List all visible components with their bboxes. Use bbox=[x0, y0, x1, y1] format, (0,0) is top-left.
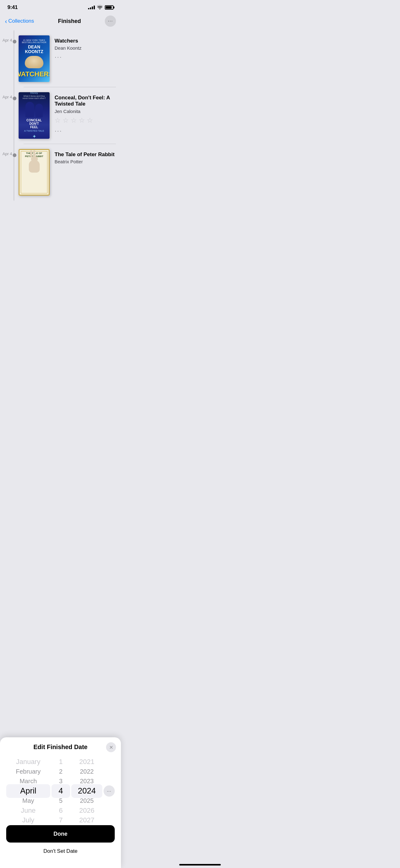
timeline-dot-3 bbox=[13, 153, 16, 157]
book-list: Apr 4 #1 NEW YORK TIMES BESTSELLING AUTH… bbox=[0, 30, 121, 207]
timeline-dot-2 bbox=[13, 97, 16, 100]
book-more-button-watchers[interactable]: ··· bbox=[55, 53, 116, 61]
dog-illustration bbox=[25, 56, 43, 68]
more-options-button[interactable]: ··· bbox=[105, 16, 116, 27]
signal-icon bbox=[88, 6, 95, 9]
cover-book-title: WATCHERS bbox=[19, 70, 49, 78]
status-time: 9:41 bbox=[7, 4, 18, 10]
star-rating-conceal[interactable]: ☆ ☆ ☆ ☆ ☆ bbox=[55, 116, 116, 124]
page-title: Finished bbox=[58, 18, 81, 25]
status-icons bbox=[88, 5, 113, 10]
book-title-conceal: Conceal, Don't Feel: A Twisted Tale bbox=[55, 95, 116, 107]
timeline-line bbox=[14, 30, 14, 200]
book-cover-peter[interactable]: THE TALE OFPETER RABBIT bbox=[19, 149, 49, 195]
cover-twisted-tag: A TWISTED TALE bbox=[24, 129, 44, 132]
wifi-icon bbox=[97, 5, 103, 10]
timeline-section: Apr 4 #1 NEW YORK TIMES BESTSELLING AUTH… bbox=[0, 30, 121, 200]
book-author-watchers: Dean Koontz bbox=[55, 45, 116, 51]
silhouette-illustration bbox=[23, 102, 45, 117]
star-decoration: ✦ bbox=[32, 133, 36, 139]
book-info-conceal: Conceal, Don't Feel: A Twisted Tale Jen … bbox=[55, 92, 116, 135]
status-bar: 9:41 bbox=[0, 0, 121, 13]
date-label-3: Apr 4 bbox=[2, 152, 12, 156]
nav-header: ‹ Collections Finished ··· bbox=[0, 13, 121, 30]
book-entry-peter: Apr 4 THE TALE OFPETER RABBIT Th bbox=[19, 144, 121, 200]
star-2[interactable]: ☆ bbox=[63, 116, 69, 124]
cover-tag: #1 NEW YORK TIMES BESTSELLING AUTHOR bbox=[21, 39, 47, 43]
more-dots-icon: ··· bbox=[108, 18, 113, 24]
book-title-watchers: Watchers bbox=[55, 38, 116, 44]
cover-author: DEANKOONTZ bbox=[25, 45, 43, 54]
star-3[interactable]: ☆ bbox=[71, 116, 77, 124]
star-5[interactable]: ☆ bbox=[87, 116, 93, 124]
cover-subtitle: What if Anna and Elsa never knew each ot… bbox=[21, 95, 48, 99]
book-entry-conceal: Apr 4 Disney What if Anna and Elsa never… bbox=[19, 87, 121, 144]
back-button[interactable]: ‹ Collections bbox=[5, 18, 34, 25]
star-4[interactable]: ☆ bbox=[79, 116, 85, 124]
book-cover-watchers[interactable]: #1 NEW YORK TIMES BESTSELLING AUTHOR DEA… bbox=[19, 35, 49, 82]
timeline-dot-1 bbox=[13, 40, 16, 43]
battery-icon bbox=[105, 5, 113, 10]
back-chevron-icon: ‹ bbox=[5, 18, 7, 25]
book-info-watchers: Watchers Dean Koontz ··· bbox=[55, 35, 116, 61]
cover-conceal-title: CONCEALDON'TFEEL bbox=[26, 119, 41, 129]
date-label-1: Apr 4 bbox=[2, 38, 12, 42]
book-title-peter: The Tale of Peter Rabbit bbox=[55, 152, 116, 158]
book-info-peter: The Tale of Peter Rabbit Beatrix Potter bbox=[55, 149, 116, 167]
rabbit-illustration bbox=[23, 160, 45, 182]
back-label: Collections bbox=[8, 18, 34, 24]
star-1[interactable]: ☆ bbox=[55, 116, 61, 124]
book-cover-conceal[interactable]: Disney What if Anna and Elsa never knew … bbox=[19, 92, 49, 139]
disney-tag: Disney bbox=[30, 92, 38, 94]
date-label-2: Apr 4 bbox=[2, 95, 12, 99]
book-entry-watchers: Apr 4 #1 NEW YORK TIMES BESTSELLING AUTH… bbox=[19, 30, 121, 87]
book-author-conceal: Jen Calonita bbox=[55, 108, 116, 114]
book-author-peter: Beatrix Potter bbox=[55, 159, 116, 164]
book-more-button-conceal[interactable]: ··· bbox=[55, 127, 116, 135]
